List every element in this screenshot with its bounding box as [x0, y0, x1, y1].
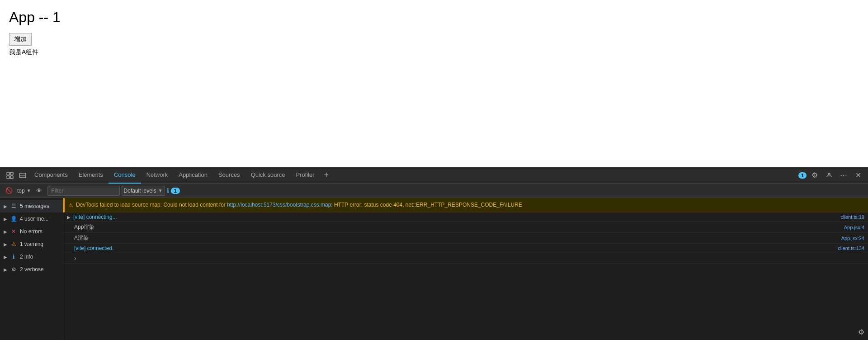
- verbose-label: 2 verbose: [20, 266, 44, 273]
- sidebar-item-verbose[interactable]: ▶ ⚙ 2 verbose: [0, 263, 63, 276]
- info-label: 2 info: [20, 254, 33, 260]
- add-button[interactable]: 增加: [9, 33, 32, 46]
- default-levels-selector[interactable]: Default levels ▼: [122, 186, 165, 196]
- tab-profiler[interactable]: Profiler: [291, 167, 320, 184]
- arrow-icon-2: ▶: [4, 217, 7, 222]
- app-area: App -- 1 增加 我是A组件: [0, 0, 868, 167]
- warnings-label: 1 warning: [20, 241, 43, 247]
- console-prompt-arrow: ›: [74, 255, 76, 262]
- default-levels-label: Default levels: [124, 188, 156, 194]
- app-render-row[interactable]: App渲染 App.jsx:4: [63, 222, 868, 233]
- devtools-content: ▶ ☰ 5 messages ▶ 👤 4 user me... ▶ ✕ No e…: [0, 198, 868, 340]
- svg-rect-1: [10, 172, 13, 175]
- add-tab-button[interactable]: +: [320, 169, 333, 182]
- tab-network[interactable]: Network: [141, 167, 174, 184]
- sidebar-item-user-messages[interactable]: ▶ 👤 4 user me...: [0, 212, 63, 225]
- levels-arrow: ▼: [158, 188, 163, 193]
- arrow-icon-3: ▶: [4, 229, 7, 234]
- all-messages-label: 5 messages: [20, 203, 49, 209]
- info-icon-badge: ℹ: [167, 187, 169, 194]
- app-render-text: App渲染: [74, 223, 94, 231]
- sidebar-item-info[interactable]: ▶ ℹ 2 info: [0, 250, 63, 263]
- sidebar-item-all-messages[interactable]: ▶ ☰ 5 messages: [0, 200, 63, 212]
- svg-rect-4: [19, 173, 26, 178]
- console-sidebar: ▶ ☰ 5 messages ▶ 👤 4 user me... ▶ ✕ No e…: [0, 198, 63, 340]
- error-icon: ✕: [10, 228, 17, 235]
- top-selector[interactable]: top ▼: [17, 188, 31, 194]
- error-badge: 1: [798, 172, 807, 179]
- filter-input[interactable]: [47, 186, 120, 196]
- vite-connecting-text: [vite] connecting...: [73, 214, 117, 220]
- inspect-icon[interactable]: [4, 169, 16, 182]
- devtools-tabs-bar: Components Elements Console Network Appl…: [0, 167, 868, 184]
- dock-icon[interactable]: [823, 169, 835, 182]
- vite-connected-row[interactable]: [vite] connected. client.ts:134: [63, 244, 868, 253]
- group-collapse-arrow: ▶: [67, 215, 71, 220]
- console-drawer-icon[interactable]: [16, 169, 29, 182]
- sidebar-item-warnings[interactable]: ▶ ⚠ 1 warning: [0, 238, 63, 250]
- top-label: top: [17, 188, 25, 194]
- close-devtools-icon[interactable]: ✕: [852, 169, 864, 182]
- a-render-text: A渲染: [74, 234, 89, 242]
- more-options-icon[interactable]: ⋯: [837, 169, 850, 182]
- warning-message-row: ⚠ DevTools failed to load source map: Co…: [63, 198, 868, 212]
- verbose-icon: ⚙: [10, 266, 17, 273]
- svg-rect-2: [7, 176, 9, 179]
- tab-console[interactable]: Console: [108, 167, 141, 184]
- user-messages-label: 4 user me...: [20, 216, 48, 222]
- badge-container: ℹ 1: [167, 187, 180, 194]
- clear-console-icon[interactable]: 🚫: [3, 184, 15, 197]
- devtools-right-icons: 1 ⚙ ⋯ ✕: [798, 169, 864, 182]
- sidebar-item-no-errors[interactable]: ▶ ✕ No errors: [0, 225, 63, 238]
- tab-quick-source[interactable]: Quick source: [245, 167, 291, 184]
- console-badge: 1: [171, 188, 180, 194]
- settings-icon[interactable]: ⚙: [808, 169, 821, 182]
- info-icon: ℹ: [10, 253, 17, 260]
- arrow-icon-5: ▶: [4, 255, 7, 260]
- person-icon: 👤: [10, 215, 17, 222]
- no-errors-label: No errors: [20, 228, 42, 235]
- console-output: ⚠ DevTools failed to load source map: Co…: [63, 198, 868, 340]
- warning-icon: ⚠: [10, 241, 17, 248]
- svg-rect-0: [7, 172, 9, 175]
- svg-rect-3: [10, 176, 13, 179]
- app-title: App -- 1: [9, 9, 859, 26]
- tab-components[interactable]: Components: [29, 167, 73, 184]
- tab-elements[interactable]: Elements: [73, 167, 108, 184]
- eye-icon[interactable]: 👁: [33, 184, 46, 197]
- a-render-row[interactable]: A渲染 App.jsx:24: [63, 233, 868, 244]
- a-render-source[interactable]: App.jsx:24: [841, 236, 864, 241]
- top-dropdown-arrow: ▼: [27, 188, 31, 193]
- component-label: 我是A组件: [9, 48, 859, 57]
- app-render-source[interactable]: App.jsx:4: [844, 225, 864, 230]
- console-settings-icon[interactable]: ⚙: [858, 328, 864, 336]
- warning-triangle-icon: ⚠: [68, 201, 73, 209]
- devtools-toolbar: 🚫 top ▼ 👁 Default levels ▼ ℹ 1: [0, 184, 868, 198]
- devtools-panel: Components Elements Console Network Appl…: [0, 167, 868, 340]
- tab-sources[interactable]: Sources: [213, 167, 245, 184]
- vite-connecting-row[interactable]: ▶ [vite] connecting... client.ts:19: [63, 212, 868, 222]
- console-input-row[interactable]: ›: [63, 253, 868, 264]
- vite-connected-source[interactable]: client.ts:134: [838, 246, 864, 251]
- vite-connecting-source[interactable]: client.ts:19: [840, 214, 864, 220]
- warning-text: DevTools failed to load source map: Coul…: [76, 201, 864, 209]
- vite-connected-text: [vite] connected.: [74, 245, 113, 251]
- tab-application[interactable]: Application: [173, 167, 213, 184]
- source-map-link[interactable]: http://localhost:5173/css/bootstrap.css.…: [227, 202, 331, 208]
- list-icon: ☰: [10, 203, 17, 210]
- arrow-icon-6: ▶: [4, 267, 7, 272]
- arrow-icon: ▶: [4, 204, 7, 209]
- arrow-icon-4: ▶: [4, 242, 7, 247]
